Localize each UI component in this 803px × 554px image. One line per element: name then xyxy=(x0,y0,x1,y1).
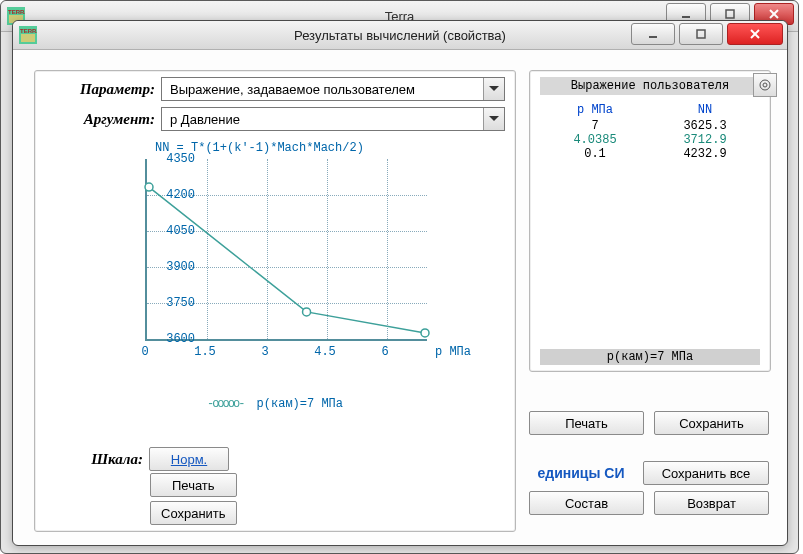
y-tick: 4350 xyxy=(155,152,195,166)
chart-series xyxy=(145,159,425,339)
chart-title: NN = T*(1+(k'-1)*Mach*Mach/2) xyxy=(155,141,485,155)
units-si-label[interactable]: единицы СИ xyxy=(529,461,633,485)
x-tick: 3 xyxy=(261,345,268,359)
svg-point-14 xyxy=(145,183,153,191)
svg-rect-11 xyxy=(697,30,705,38)
y-tick: 3900 xyxy=(155,260,195,274)
table-row[interactable]: 0.14232.9 xyxy=(540,147,760,161)
param-label: Параметр: xyxy=(45,81,161,98)
y-tick: 3750 xyxy=(155,296,195,310)
argument-combo-value: p Давление xyxy=(162,112,248,127)
chart-print-button[interactable]: Печать xyxy=(150,473,237,497)
svg-point-16 xyxy=(421,329,429,337)
svg-text:TERRA: TERRA xyxy=(20,28,37,34)
table-row[interactable]: 4.03853712.9 xyxy=(540,133,760,147)
maximize-button[interactable] xyxy=(679,23,723,45)
data-panel-footer: p(кам)=7 МПа xyxy=(540,349,760,365)
chevron-down-icon[interactable] xyxy=(483,108,504,130)
save-all-button[interactable]: Сохранить все xyxy=(643,461,769,485)
chart-save-button[interactable]: Сохранить xyxy=(150,501,237,525)
target-icon xyxy=(758,78,772,92)
x-tick: 4.5 xyxy=(314,345,336,359)
legend-marker: -ooooo- xyxy=(207,397,243,411)
y-tick: 4200 xyxy=(155,188,195,202)
results-titlebar[interactable]: TERRA Результаты вычислений (свойства) xyxy=(13,21,787,50)
data-print-button[interactable]: Печать xyxy=(529,411,644,435)
col-header-p: p МПа xyxy=(540,103,650,117)
x-tick: 1.5 xyxy=(194,345,216,359)
param-combo[interactable]: Выражение, задаваемое пользователем xyxy=(161,77,505,101)
chevron-down-icon[interactable] xyxy=(483,78,504,100)
data-save-button[interactable]: Сохранить xyxy=(654,411,769,435)
svg-rect-8 xyxy=(21,34,35,42)
composition-button[interactable]: Состав xyxy=(529,491,644,515)
chart-panel: Параметр: Выражение, задаваемое пользова… xyxy=(34,70,516,532)
x-axis-label: p МПа xyxy=(435,345,471,359)
close-button[interactable] xyxy=(727,23,783,45)
scale-normal-button[interactable]: Норм. xyxy=(149,447,229,471)
table-row[interactable]: 73625.3 xyxy=(540,119,760,133)
minimize-button[interactable] xyxy=(631,23,675,45)
svg-point-18 xyxy=(763,83,767,87)
y-tick: 3600 xyxy=(155,332,195,346)
col-header-nn: NN xyxy=(650,103,760,117)
svg-point-15 xyxy=(303,308,311,316)
app-icon: TERRA xyxy=(19,26,37,44)
data-panel: Выражение пользователя p МПа NN 73625.34… xyxy=(529,70,771,372)
svg-point-17 xyxy=(760,80,770,90)
argument-combo[interactable]: p Давление xyxy=(161,107,505,131)
table-header: p МПа NN xyxy=(540,101,760,119)
x-tick: 0 xyxy=(141,345,148,359)
settings-button[interactable] xyxy=(753,73,777,97)
svg-rect-4 xyxy=(726,10,734,18)
y-tick: 4050 xyxy=(155,224,195,238)
x-tick: 6 xyxy=(381,345,388,359)
return-button[interactable]: Возврат xyxy=(654,491,769,515)
param-combo-value: Выражение, задаваемое пользователем xyxy=(162,82,423,97)
chart-legend: -ooooo- p(кам)=7 МПа xyxy=(65,397,485,411)
scale-label: Шкала: xyxy=(43,451,149,468)
argument-label: Аргумент: xyxy=(45,111,161,128)
legend-text: p(кам)=7 МПа xyxy=(257,397,343,411)
results-window: TERRA Результаты вычислений (свойства) П… xyxy=(12,20,788,546)
data-panel-title: Выражение пользователя xyxy=(540,77,760,95)
chart: NN = T*(1+(k'-1)*Mach*Mach/2) p МПа 3600… xyxy=(65,141,485,411)
